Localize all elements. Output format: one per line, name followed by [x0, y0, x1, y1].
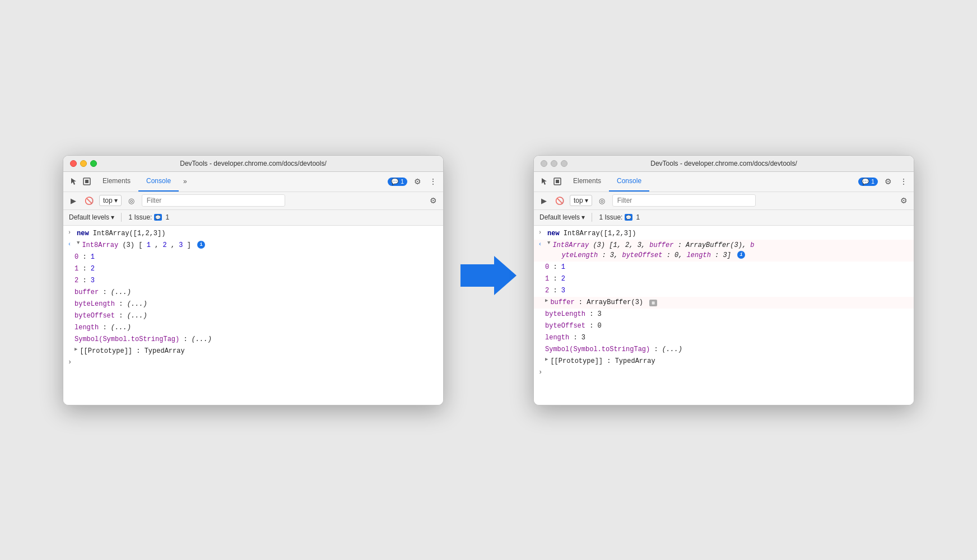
left-tab-more[interactable]: »	[179, 174, 192, 189]
svg-rect-4	[556, 180, 559, 183]
right-console-prompt-line[interactable]: ›	[534, 367, 914, 377]
right-cursor-icon[interactable]	[538, 176, 550, 187]
right-buffer-icon: ▦	[649, 300, 657, 306]
right-issue-icon: 💬	[625, 214, 632, 221]
left-window-title: DevTools - developer.chrome.com/docs/dev…	[180, 160, 326, 167]
left-prop-byteoffset: byteOffset : (...)	[63, 310, 443, 322]
left-inspect-icon[interactable]	[81, 176, 92, 187]
left-main-toolbar: Elements Console » 💬 1 ⚙ ⋮	[63, 172, 443, 192]
left-minimize-button[interactable]	[80, 160, 87, 167]
scene: DevTools - developer.chrome.com/docs/dev…	[63, 155, 914, 405]
right-input-arrow: ›	[538, 230, 544, 236]
left-toolbar-right: 💬 1 ⚙ ⋮	[388, 176, 439, 187]
right-filter-input[interactable]	[612, 194, 756, 207]
right-more-icon[interactable]: ⋮	[898, 176, 909, 187]
right-console-badge[interactable]: 💬 1	[858, 178, 878, 186]
left-devtools-window: DevTools - developer.chrome.com/docs/dev…	[63, 155, 444, 405]
right-info-icon[interactable]: i	[737, 251, 745, 259]
right-console-settings-icon[interactable]: ⚙	[898, 195, 909, 206]
right-window-title: DevTools - developer.chrome.com/docs/dev…	[650, 160, 797, 167]
right-tab-elements[interactable]: Elements	[565, 171, 609, 192]
left-default-levels[interactable]: Default levels ▾	[69, 213, 114, 221]
right-title-bar: DevTools - developer.chrome.com/docs/dev…	[534, 156, 914, 172]
left-console-toolbar: ▶ 🚫 top ▾ ◎ ⚙	[63, 192, 443, 210]
left-console-content: › new Int8Array([1,2,3]) ‹ Int8Array (3)…	[63, 226, 443, 405]
left-result-back-arrow: ‹	[68, 241, 73, 248]
right-prop-1: 1 : 2	[534, 273, 914, 285]
left-issues-badge: 1 Issue: 💬 1	[128, 213, 169, 221]
right-default-levels[interactable]: Default levels ▾	[539, 213, 585, 221]
right-console-toolbar: ▶ 🚫 top ▾ ◎ ⚙	[534, 192, 914, 210]
right-line-result-header[interactable]: ‹ Int8Array (3) [1, 2, 3, buffer : Array…	[534, 240, 914, 262]
right-block-icon[interactable]: 🚫	[554, 195, 565, 206]
left-expand-arrow[interactable]	[77, 240, 80, 246]
right-prop-0: 0 : 1	[534, 262, 914, 273]
left-prop-1: 1 : 2	[63, 263, 443, 275]
right-devtools-window: DevTools - developer.chrome.com/docs/dev…	[533, 155, 914, 405]
left-filter-input[interactable]	[142, 194, 285, 207]
left-line-result-header[interactable]: ‹ Int8Array (3) [ 1 , 2 , 3 ] i	[63, 240, 443, 251]
right-expand-arrow[interactable]	[547, 240, 550, 246]
right-prop-buffer[interactable]: buffer : ArrayBuffer(3) ▦ ⟵	[534, 297, 914, 309]
svg-marker-2	[460, 256, 517, 295]
left-prop-length: length : (...)	[63, 322, 443, 334]
right-top-selector[interactable]: top ▾	[570, 195, 592, 206]
right-run-icon[interactable]: ▶	[538, 195, 550, 206]
left-run-icon[interactable]: ▶	[68, 195, 79, 206]
left-prop-0: 0 : 1	[63, 251, 443, 263]
left-prompt-icon: ›	[68, 358, 72, 366]
right-tab-console[interactable]: Console	[609, 171, 649, 192]
right-line-input: › new Int8Array([1,2,3])	[534, 228, 914, 240]
left-prop-2: 2 : 3	[63, 275, 443, 287]
right-minimize-button[interactable]	[551, 160, 557, 167]
left-console-prompt-line[interactable]: ›	[63, 357, 443, 367]
left-input-arrow: ›	[68, 230, 73, 236]
left-issue-icon: 💬	[154, 214, 162, 221]
right-prop-bytelength: byteLength : 3	[534, 309, 914, 320]
left-tab-elements[interactable]: Elements	[95, 171, 138, 192]
left-issues-bar: Default levels ▾ 1 Issue: 💬 1	[63, 210, 443, 226]
left-info-icon[interactable]: i	[197, 241, 205, 249]
right-prop-prototype: [[Prototype]] : TypedArray	[534, 356, 914, 367]
scene-arrow	[460, 254, 517, 306]
right-issues-badge: 1 Issue: 💬 1	[599, 213, 640, 221]
right-main-toolbar: Elements Console 💬 1 ⚙ ⋮	[534, 172, 914, 192]
left-more-icon[interactable]: ⋮	[427, 176, 439, 187]
left-prototype-arrow[interactable]	[75, 346, 77, 352]
left-prop-prototype: [[Prototype]] : TypedArray	[63, 346, 443, 357]
left-tab-console[interactable]: Console	[138, 171, 179, 192]
right-close-button[interactable]	[541, 160, 547, 167]
right-toolbar-right: 💬 1 ⚙ ⋮	[858, 176, 909, 187]
right-console-content: › new Int8Array([1,2,3]) ‹ Int8Array (3)…	[534, 226, 914, 405]
right-result-back-arrow: ‹	[538, 241, 544, 248]
left-tabs: Elements Console »	[95, 171, 385, 192]
right-eye-icon[interactable]: ◎	[597, 195, 608, 206]
right-maximize-button[interactable]	[561, 160, 567, 167]
right-prop-length: length : 3	[534, 332, 914, 344]
left-traffic-lights	[70, 160, 97, 167]
left-close-button[interactable]	[70, 160, 77, 167]
left-cursor-icon[interactable]	[68, 176, 79, 187]
left-line-input: › new Int8Array([1,2,3])	[63, 228, 443, 240]
left-title-bar: DevTools - developer.chrome.com/docs/dev…	[63, 156, 443, 172]
right-buffer-expand-arrow[interactable]	[545, 297, 548, 304]
svg-rect-1	[85, 180, 89, 183]
right-inspect-icon[interactable]	[552, 176, 563, 187]
right-prop-symbol: Symbol(Symbol.toStringTag) : (...)	[534, 344, 914, 356]
left-eye-icon[interactable]: ◎	[126, 195, 137, 206]
left-block-icon[interactable]: 🚫	[83, 195, 95, 206]
right-issues-bar: Default levels ▾ 1 Issue: 💬 1	[534, 210, 914, 226]
left-console-badge[interactable]: 💬 1	[388, 178, 407, 186]
left-top-selector[interactable]: top ▾	[99, 195, 122, 206]
left-settings-icon[interactable]: ⚙	[412, 176, 423, 187]
right-prompt-icon: ›	[538, 368, 542, 376]
right-prototype-arrow[interactable]	[545, 356, 548, 362]
left-prop-symbol: Symbol(Symbol.toStringTag) : (...)	[63, 334, 443, 346]
right-tabs: Elements Console	[565, 171, 856, 192]
left-console-settings-icon[interactable]: ⚙	[427, 195, 439, 206]
right-prop-byteoffset: byteOffset : 0	[534, 320, 914, 332]
right-settings-icon[interactable]: ⚙	[882, 176, 894, 187]
right-prop-2: 2 : 3	[534, 285, 914, 297]
right-traffic-lights	[541, 160, 567, 167]
left-maximize-button[interactable]	[90, 160, 97, 167]
